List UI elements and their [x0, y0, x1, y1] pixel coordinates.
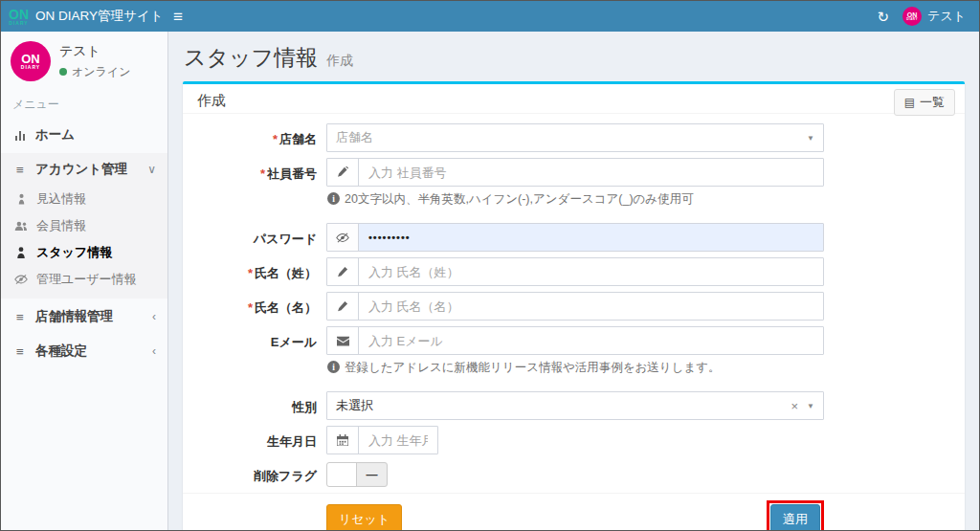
create-form-card: 作成 ▤ 一覧 *店舗名 店舗名 ▼: [183, 81, 965, 530]
form-row-email: Eメール 登録したアドレスに新機能リリース情報や活用事例をお送りします。: [197, 326, 950, 386]
hamburger-icon: ≡: [173, 8, 183, 26]
refresh-icon: ↻: [878, 9, 890, 25]
online-status-label: オンライン: [72, 64, 130, 80]
employee-number-input[interactable]: [359, 159, 823, 186]
sidebar-user-panel: ON DIARY テスト オンライン: [1, 32, 167, 89]
clear-icon[interactable]: ×: [791, 399, 798, 413]
birthdate-label: 生年月日: [197, 426, 317, 454]
user-avatar: ON DIARY: [902, 7, 922, 26]
last-name-input[interactable]: [359, 258, 823, 285]
sidebar-item-member-info[interactable]: 会員情報: [1, 212, 167, 239]
navbar-user-menu[interactable]: ON DIARY テスト: [902, 7, 966, 26]
pencil-icon: [327, 159, 359, 186]
sidebar-item-prospect-info[interactable]: 見込情報: [1, 186, 167, 212]
list-button[interactable]: ▤ 一覧: [894, 89, 955, 116]
sidebar-item-staff-info[interactable]: スタッフ情報: [1, 239, 167, 266]
bar-chart-icon: [12, 130, 28, 141]
gender-label: 性別: [197, 391, 317, 420]
content-header: スタッフ情報 作成: [183, 39, 965, 81]
brand[interactable]: ON DIARY ON DIARY管理サイト: [1, 8, 164, 26]
sidebar-user-name: テスト: [59, 43, 130, 60]
card-header-title: 作成: [197, 92, 226, 108]
password-label: パスワード: [197, 223, 317, 252]
sidebar-item-store-management[interactable]: ≡ 店舗情報管理 ‹: [1, 300, 167, 333]
navbar-user-name: テスト: [927, 8, 966, 25]
app-title: ON DIARY管理サイト: [35, 8, 163, 25]
chevron-left-icon: ‹: [152, 344, 156, 358]
toggle-handle: [327, 463, 357, 486]
refresh-button[interactable]: ↻: [878, 10, 890, 24]
first-name-input[interactable]: [359, 293, 823, 320]
eye-slash-icon[interactable]: [327, 224, 359, 251]
person-icon: [13, 247, 29, 258]
sidebar-item-settings[interactable]: ≡ 各種設定 ‹: [1, 335, 167, 367]
sidebar-item-admin-user-info[interactable]: 管理ユーザー情報: [1, 266, 167, 293]
users-icon: [13, 220, 29, 232]
card-header: 作成 ▤ 一覧: [183, 84, 965, 114]
bars-icon: ≡: [12, 163, 28, 177]
email-help: 登録したアドレスに新機能リリース情報や活用事例をお送りします。: [327, 360, 824, 376]
toggle-off-label: —: [357, 463, 387, 486]
chevron-down-icon: ▼: [807, 402, 814, 410]
sidebar-item-account-management[interactable]: ≡ アカウント管理 ∨: [1, 153, 167, 186]
app-window: ON DIARY ON DIARY管理サイト ≡ ↻ ON DIARY テスト: [0, 0, 980, 531]
person-icon: [13, 193, 29, 205]
list-icon: ▤: [904, 96, 915, 109]
form-row-last-name: *氏名（姓）: [197, 257, 950, 286]
sidebar-treeview-account: ≡ アカウント管理 ∨ 見込情報: [1, 153, 167, 299]
navbar-right: ↻ ON DIARY テスト: [878, 7, 980, 26]
form-row-first-name: *氏名（名）: [197, 292, 950, 321]
annotation-highlight: 適用: [767, 500, 824, 530]
bars-icon: ≡: [12, 344, 28, 359]
password-input[interactable]: [359, 224, 823, 251]
sidebar-menu-label: メニュー: [1, 89, 167, 119]
form-row-password: パスワード: [197, 223, 950, 252]
calendar-icon[interactable]: [327, 427, 359, 454]
sidebar-toggle-button[interactable]: ≡: [164, 5, 192, 29]
store-name-select[interactable]: 店舗名 ▼: [326, 123, 824, 152]
employee-number-label: *社員番号: [197, 158, 317, 217]
apply-button[interactable]: 適用: [770, 504, 820, 530]
form-row-delete-flag: 削除フラグ —: [197, 460, 950, 487]
form-row-store-name: *店舗名 店舗名 ▼: [197, 123, 950, 152]
pencil-icon: [327, 293, 359, 320]
sidebar: ON DIARY テスト オンライン メニュー ホーム: [1, 32, 168, 530]
chevron-left-icon: ‹: [152, 310, 156, 323]
first-name-label: *氏名（名）: [197, 292, 317, 321]
online-status-icon: [59, 68, 67, 76]
page-subtitle: 作成: [326, 53, 353, 70]
bars-icon: ≡: [12, 310, 28, 324]
birthdate-input[interactable]: [359, 427, 437, 454]
delete-flag-toggle[interactable]: —: [326, 462, 388, 487]
email-label: Eメール: [197, 326, 317, 386]
email-input[interactable]: [359, 327, 823, 354]
sidebar-nav: ホーム ≡ アカウント管理 ∨ 見込情報: [1, 119, 167, 367]
store-name-label: *店舗名: [197, 123, 317, 152]
form-row-employee-number: *社員番号 20文字以内、半角英数,ハイフン(-),アンダースコア(_)のみ使: [197, 158, 950, 217]
form-body: *店舗名 店舗名 ▼ *社員番号: [183, 114, 965, 487]
chevron-down-icon: ∨: [147, 163, 156, 176]
sidebar-user-avatar: ON DIARY: [11, 41, 51, 81]
envelope-icon: [327, 327, 359, 354]
form-row-gender: 性別 未選択 × ▼: [197, 391, 950, 420]
info-icon: [327, 192, 340, 205]
info-icon: [327, 361, 340, 373]
gender-select[interactable]: 未選択 × ▼: [326, 391, 824, 420]
reset-button[interactable]: リセット: [326, 504, 402, 530]
brand-logo-icon: ON DIARY: [9, 8, 29, 26]
top-navbar: ON DIARY ON DIARY管理サイト ≡ ↻ ON DIARY テスト: [1, 1, 979, 32]
chevron-down-icon: ▼: [807, 134, 814, 143]
employee-number-help: 20文字以内、半角英数,ハイフン(-),アンダースコア(_)のみ使用可: [327, 191, 824, 208]
content-area: スタッフ情報 作成 作成 ▤ 一覧 *店舗名: [168, 32, 979, 530]
last-name-label: *氏名（姓）: [197, 257, 317, 286]
page-title: スタッフ情報: [184, 43, 318, 73]
form-footer: リセット 適用: [183, 493, 965, 530]
form-row-birthdate: 生年月日: [197, 426, 950, 454]
eye-slash-icon: [13, 274, 29, 285]
pencil-icon: [327, 258, 359, 285]
delete-flag-label: 削除フラグ: [197, 460, 317, 487]
sidebar-item-home[interactable]: ホーム: [1, 119, 167, 151]
